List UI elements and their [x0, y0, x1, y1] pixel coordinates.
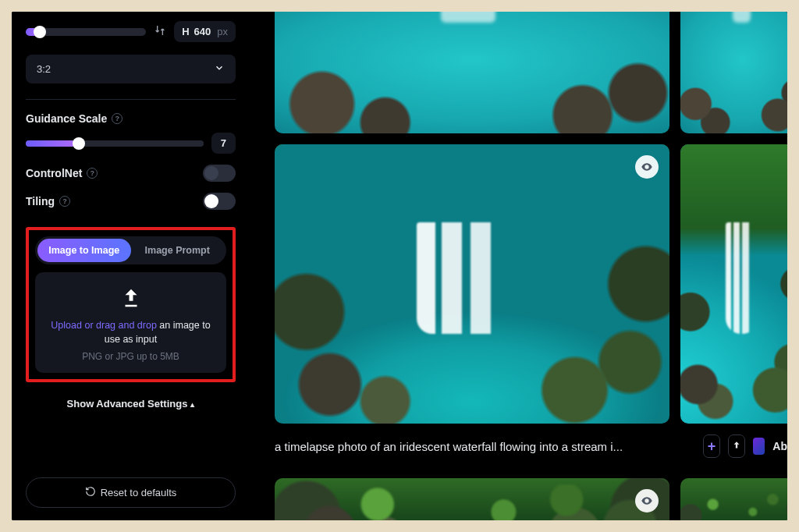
ab-label: Ab [772, 440, 787, 452]
show-advanced-toggle[interactable]: Show Advanced Settings▴ [26, 398, 236, 410]
aspect-ratio-select[interactable]: 3:2 [26, 55, 236, 83]
plus-icon: + [708, 438, 716, 455]
dropzone-text: Upload or drag and drop an image to use … [43, 319, 218, 346]
avatar[interactable] [753, 438, 765, 455]
slider-knob[interactable] [73, 137, 85, 150]
width-slider[interactable] [26, 28, 146, 36]
reset-icon [85, 486, 96, 499]
aspect-value: 3:2 [37, 63, 51, 75]
guidance-slider[interactable] [26, 140, 204, 147]
controlnet-label: ControlNet [26, 167, 82, 179]
tab-image-prompt[interactable]: Image Prompt [131, 239, 225, 262]
dropzone-sub: PNG or JPG up to 5MB [43, 351, 218, 362]
arrow-up-icon [731, 440, 742, 453]
highlight-box: Image to Image Image Prompt Upload or dr… [26, 227, 236, 382]
result-image[interactable] [275, 12, 669, 133]
results-panel: a timelapse photo of an iridescent water… [250, 12, 787, 520]
settings-sidebar: H 640 px 3:2 Guidance Scale ? 7 Co [12, 12, 250, 520]
guidance-value[interactable]: 7 [211, 133, 236, 154]
height-unit: px [217, 26, 228, 37]
upload-link[interactable]: Upload or drag and drop [51, 320, 157, 331]
divider [26, 99, 236, 100]
slider-knob[interactable] [34, 26, 46, 38]
result-image[interactable] [680, 144, 787, 424]
info-icon[interactable]: ? [59, 196, 70, 207]
info-icon[interactable]: ? [87, 168, 98, 179]
guidance-label: Guidance Scale [26, 112, 107, 125]
height-label: H [182, 26, 189, 37]
result-image[interactable] [275, 478, 669, 520]
tab-image-to-image[interactable]: Image to Image [37, 239, 131, 262]
visibility-icon[interactable] [635, 155, 659, 179]
add-button[interactable]: + [703, 434, 720, 458]
upscale-button[interactable] [728, 434, 745, 458]
chevron-down-icon [214, 62, 225, 76]
tiling-label: Tiling [26, 195, 55, 207]
image-input-tabs: Image to Image Image Prompt [35, 236, 226, 264]
upload-icon [118, 286, 144, 313]
height-value: 640 [194, 26, 211, 37]
visibility-icon[interactable] [635, 489, 659, 512]
info-icon[interactable]: ? [112, 113, 123, 124]
chevron-up-icon: ▴ [190, 400, 194, 409]
swap-dimensions-icon[interactable] [154, 26, 166, 39]
controlnet-toggle[interactable] [203, 165, 236, 182]
result-image[interactable] [680, 12, 787, 133]
result-image[interactable] [680, 478, 787, 520]
result-caption: a timelapse photo of an iridescent water… [275, 440, 671, 453]
result-image[interactable] [275, 144, 669, 424]
reset-defaults-button[interactable]: Reset to defaults [26, 477, 236, 508]
upload-dropzone[interactable]: Upload or drag and drop an image to use … [35, 272, 226, 373]
height-input[interactable]: H 640 px [174, 21, 236, 42]
tiling-toggle[interactable] [203, 193, 236, 210]
